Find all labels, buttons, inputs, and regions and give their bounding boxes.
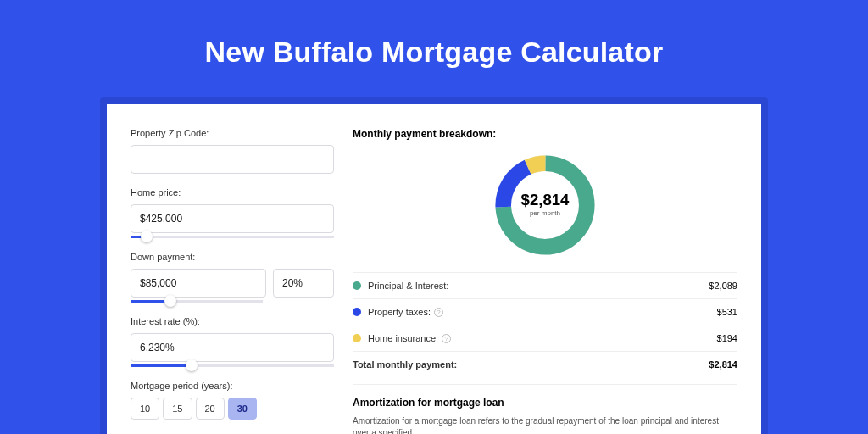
period-label: Mortgage period (years): xyxy=(131,381,334,391)
donut-center-sub: per month xyxy=(530,209,560,217)
zip-input[interactable] xyxy=(131,145,334,174)
calculator-card-frame: Property Zip Code: Home price: Down paym… xyxy=(100,97,768,434)
zip-group: Property Zip Code: xyxy=(131,128,334,174)
legend-value: $2,089 xyxy=(709,281,737,291)
legend-row-principal: Principal & Interest: $2,089 xyxy=(353,273,737,299)
inputs-column: Property Zip Code: Home price: Down paym… xyxy=(131,128,334,434)
legend-label: Property taxes: ? xyxy=(368,307,443,317)
zip-label: Property Zip Code: xyxy=(131,128,334,138)
legend-label: Total monthly payment: xyxy=(353,359,457,370)
donut-chart: $2,814 per month xyxy=(353,150,737,260)
legend-label: Principal & Interest: xyxy=(368,281,448,291)
down-slider[interactable] xyxy=(131,300,263,303)
price-group: Home price: xyxy=(131,187,334,238)
legend-value: $531 xyxy=(717,307,737,317)
calculator-card: Property Zip Code: Home price: Down paym… xyxy=(107,104,761,434)
legend: Principal & Interest: $2,089 Property ta… xyxy=(353,272,737,377)
price-slider[interactable] xyxy=(131,236,334,238)
price-input[interactable] xyxy=(131,204,334,233)
info-icon[interactable]: ? xyxy=(434,308,443,317)
page-title: New Buffalo Mortgage Calculator xyxy=(0,0,868,97)
down-pct-input[interactable] xyxy=(273,269,334,298)
rate-label: Interest rate (%): xyxy=(131,316,334,326)
legend-row-taxes: Property taxes: ? $531 xyxy=(353,299,737,326)
amortization-title: Amortization for mortgage loan xyxy=(353,397,737,409)
rate-group: Interest rate (%): xyxy=(131,316,334,367)
period-15-button[interactable]: 15 xyxy=(163,398,192,420)
legend-value: $2,814 xyxy=(709,359,737,370)
breakdown-title: Monthly payment breakdown: xyxy=(353,128,737,140)
rate-input[interactable] xyxy=(131,333,334,362)
amortization-body: Amortization for a mortgage loan refers … xyxy=(353,415,737,434)
down-group: Down payment: xyxy=(131,252,334,303)
donut-center-amount: $2,814 xyxy=(521,191,570,209)
dot-icon xyxy=(353,281,361,290)
dot-icon xyxy=(353,334,361,342)
period-options: 10 15 20 30 xyxy=(131,398,334,420)
legend-value: $194 xyxy=(717,333,737,343)
legend-label-text: Property taxes: xyxy=(368,307,431,317)
period-30-button[interactable]: 30 xyxy=(228,398,257,420)
legend-label-text: Home insurance: xyxy=(368,333,438,343)
info-icon[interactable]: ? xyxy=(442,334,451,343)
legend-row-insurance: Home insurance: ? $194 xyxy=(353,326,737,352)
price-label: Home price: xyxy=(131,187,334,198)
period-group: Mortgage period (years): 10 15 20 30 xyxy=(131,381,334,420)
breakdown-column: Monthly payment breakdown: $2,814 per mo… xyxy=(353,128,737,434)
rate-slider[interactable] xyxy=(131,364,334,367)
down-label: Down payment: xyxy=(131,252,334,262)
period-10-button[interactable]: 10 xyxy=(131,398,159,420)
legend-row-total: Total monthly payment: $2,814 xyxy=(353,352,737,377)
amortization-section: Amortization for mortgage loan Amortizat… xyxy=(353,384,737,434)
down-amount-input[interactable] xyxy=(131,269,266,298)
period-20-button[interactable]: 20 xyxy=(196,398,225,420)
dot-icon xyxy=(353,308,361,316)
legend-label: Home insurance: ? xyxy=(368,333,451,343)
